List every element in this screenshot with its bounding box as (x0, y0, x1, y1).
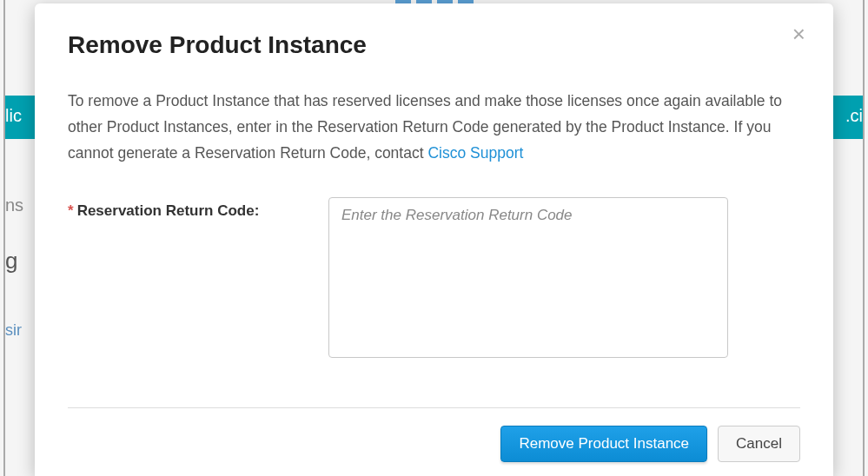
return-code-label: Reservation Return Code: (77, 202, 260, 219)
cancel-button[interactable]: Cancel (718, 426, 800, 462)
bg-fragment-ns: ns (5, 195, 23, 215)
modal-body: To remove a Product Instance that has re… (68, 66, 800, 407)
bg-border-right (863, 0, 865, 476)
modal-description: To remove a Product Instance that has re… (68, 89, 800, 166)
bg-fragment-g: g (5, 248, 17, 274)
required-indicator: * (68, 202, 74, 219)
bg-fragment-lic: lic (5, 106, 22, 126)
bg-fragment-sir: sir (5, 321, 22, 340)
bg-fragment-ci: .ci (845, 106, 863, 126)
remove-product-instance-modal: Remove Product Instance × To remove a Pr… (35, 3, 833, 476)
remove-product-instance-button[interactable]: Remove Product Instance (500, 426, 707, 462)
cisco-support-link[interactable]: Cisco Support (427, 144, 523, 162)
form-label-wrap: *Reservation Return Code: (68, 197, 328, 220)
close-icon[interactable]: × (792, 23, 805, 45)
modal-footer: Remove Product Instance Cancel (68, 407, 800, 476)
bg-border-left (3, 0, 5, 476)
return-code-input[interactable] (328, 197, 728, 358)
modal-header: Remove Product Instance × (68, 3, 800, 66)
modal-title: Remove Product Instance (68, 31, 800, 59)
return-code-form-row: *Reservation Return Code: (68, 197, 800, 358)
description-text: To remove a Product Instance that has re… (68, 92, 782, 162)
